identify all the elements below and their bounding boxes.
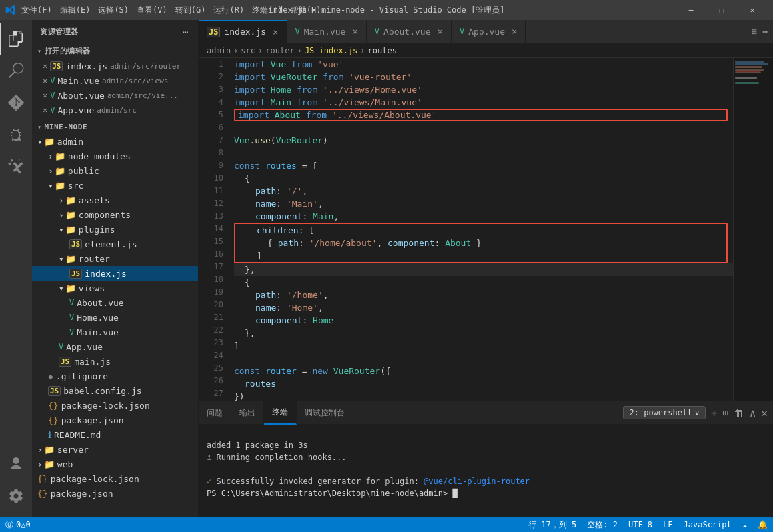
open-file-mainvue[interactable]: ✕ V Main.vue admin/src/views <box>32 73 198 88</box>
tree-indexjs[interactable]: JS index.js <box>32 266 198 281</box>
tab-close-icon[interactable]: × <box>273 27 278 37</box>
status-eol[interactable]: LF <box>658 517 678 532</box>
breadcrumb-router[interactable]: router <box>265 46 294 55</box>
terminal-tab-debug[interactable]: 调试控制台 <box>297 401 353 425</box>
tree-assets[interactable]: › 📁 assets <box>32 193 198 207</box>
tree-appvue[interactable]: V App.vue <box>32 339 198 354</box>
terminal-tab-output[interactable]: 输出 <box>231 401 264 425</box>
status-line-col[interactable]: 行 17，列 5 <box>523 517 582 532</box>
tree-packagejson[interactable]: {} package.json <box>32 413 198 427</box>
menu-file[interactable]: 文件(F) <box>21 5 52 16</box>
minimize-button[interactable]: ─ <box>676 0 706 20</box>
code-line-21: component: Home <box>234 314 733 327</box>
menu-goto[interactable]: 转到(G) <box>175 5 206 16</box>
tab-indexjs[interactable]: JS index.js × <box>199 20 287 43</box>
tab-mainvue[interactable]: V Main.vue × <box>287 20 367 43</box>
status-notification-icon[interactable]: 🔔 <box>752 517 773 532</box>
tab-close-icon[interactable]: × <box>512 26 517 37</box>
line-num-9: 9 <box>199 159 223 172</box>
explorer-icon <box>8 31 24 47</box>
tree-node_modules[interactable]: › 📁 node_modules <box>32 149 198 163</box>
close-icon[interactable]: ✕ <box>43 91 47 100</box>
line-num-27: 27 <box>199 387 223 400</box>
terminal-expand-icon[interactable]: ∧ <box>750 407 756 419</box>
close-icon[interactable]: ✕ <box>43 105 47 115</box>
tree-plugins[interactable]: ▾ 📁 plugins <box>32 222 198 237</box>
terminal-trash-icon[interactable]: 🗑 <box>734 407 744 419</box>
activity-settings[interactable] <box>0 480 32 512</box>
tree-root-packagelock[interactable]: {} package-lock.json <box>32 471 198 486</box>
activity-extensions[interactable] <box>0 151 32 183</box>
tree-item-label: assets <box>79 195 110 205</box>
breadcrumb-routes[interactable]: routes <box>368 46 397 55</box>
tree-mainjs[interactable]: JS main.js <box>32 354 198 369</box>
terminal-split-icon[interactable]: ⊞ <box>722 407 728 418</box>
tree-babelconfig[interactable]: JS babel.config.js <box>32 383 198 398</box>
close-button[interactable]: ✕ <box>737 0 768 20</box>
chevron-down-icon: ▾ <box>59 225 64 235</box>
tab-close-icon[interactable]: × <box>438 26 443 37</box>
activity-search[interactable] <box>0 55 32 87</box>
code-line-26: routes <box>234 377 733 390</box>
tree-admin[interactable]: ▾ 📁 admin <box>32 134 198 149</box>
more-tabs-icon[interactable]: ⋯ <box>762 27 768 37</box>
tree-components[interactable]: › 📁 components <box>32 207 198 222</box>
tree-readme[interactable]: ℹ README.md <box>32 427 198 442</box>
tree-src[interactable]: ▾ 📁 src <box>32 178 198 193</box>
mine-node-section[interactable]: ▾ MINE-NODE <box>32 120 198 134</box>
tree-web[interactable]: › 📁 web <box>32 457 198 471</box>
activity-debug[interactable] <box>0 119 32 151</box>
code-line-13: component: Main, <box>234 210 733 223</box>
menu-view[interactable]: 查看(V) <box>137 5 167 16</box>
activity-explorer[interactable] <box>0 23 32 55</box>
tab-aboutvue[interactable]: V About.vue × <box>367 20 452 43</box>
plugin-link[interactable]: @vue/cli-plugin-router <box>424 477 530 486</box>
open-file-aboutvue[interactable]: ✕ V About.vue admin/src/vie... <box>32 88 198 103</box>
menu-select[interactable]: 选择(S) <box>98 5 129 16</box>
terminal-tab-terminal[interactable]: 终端 <box>264 401 297 425</box>
tree-mainvue[interactable]: V Main.vue <box>32 325 198 339</box>
tree-aboutvue[interactable]: V About.vue <box>32 295 198 310</box>
close-icon[interactable]: ✕ <box>43 61 47 71</box>
open-file-indexjs[interactable]: ✕ JS index.js admin/src/router <box>32 59 198 73</box>
terminal-tab-problems[interactable]: 问题 <box>199 401 231 425</box>
menu-edit[interactable]: 编辑(E) <box>60 5 91 16</box>
terminal-add-icon[interactable]: + <box>711 407 718 419</box>
status-language[interactable]: JavaScript <box>678 517 737 532</box>
chevron-down-icon: ▾ <box>37 137 43 147</box>
tree-packagelockjson[interactable]: {} package-lock.json <box>32 398 198 413</box>
tree-views[interactable]: ▾ 📁 views <box>32 281 198 295</box>
tree-gitignore[interactable]: ◆ .gitignore <box>32 369 198 383</box>
split-editor-icon[interactable]: ⊞ <box>752 27 757 37</box>
open-editors-section[interactable]: ▾ 打开的编辑器 <box>32 43 198 59</box>
activity-account[interactable] <box>0 448 32 480</box>
open-file-appvue[interactable]: ✕ V App.vue admin/src <box>32 103 198 117</box>
tree-elementjs[interactable]: JS element.js <box>32 237 198 251</box>
tree-root-packagejson[interactable]: {} package.json <box>32 486 198 501</box>
terminal-close-icon[interactable]: ✕ <box>761 407 768 419</box>
breadcrumb-sep: › <box>258 46 263 55</box>
new-file-icon[interactable]: ⋯ <box>181 25 190 39</box>
breadcrumb-admin[interactable]: admin <box>207 46 231 55</box>
menu-run[interactable]: 运行(R) <box>213 5 244 16</box>
tab-appvue[interactable]: V App.vue × <box>452 20 526 43</box>
status-cloud-icon[interactable]: ☁ <box>737 517 752 532</box>
tree-server[interactable]: › 📁 server <box>32 442 198 457</box>
code-line-11: path: '/', <box>234 185 733 197</box>
error-icon: ⓪ <box>5 519 13 531</box>
activity-git[interactable] <box>0 87 32 119</box>
code-line-16: ] <box>235 249 726 262</box>
tree-router[interactable]: ▾ 📁 router <box>32 251 198 266</box>
tree-public[interactable]: › 📁 public <box>32 163 198 178</box>
breadcrumb-indexjs[interactable]: JS index.js <box>305 46 357 55</box>
close-icon[interactable]: ✕ <box>43 76 47 85</box>
breadcrumb-src[interactable]: src <box>241 46 255 55</box>
status-encoding[interactable]: UTF-8 <box>623 517 658 532</box>
tree-homevue[interactable]: V Home.vue <box>32 310 198 325</box>
status-spaces[interactable]: 空格: 2 <box>582 517 623 532</box>
terminal-dropdown[interactable]: 2: powershell ∨ <box>623 406 705 419</box>
tab-close-icon[interactable]: × <box>352 26 357 37</box>
maximize-button[interactable]: □ <box>706 0 737 20</box>
status-errors[interactable]: ⓪ 0△0 <box>0 517 36 532</box>
status-error-count: 0△0 <box>16 520 31 529</box>
